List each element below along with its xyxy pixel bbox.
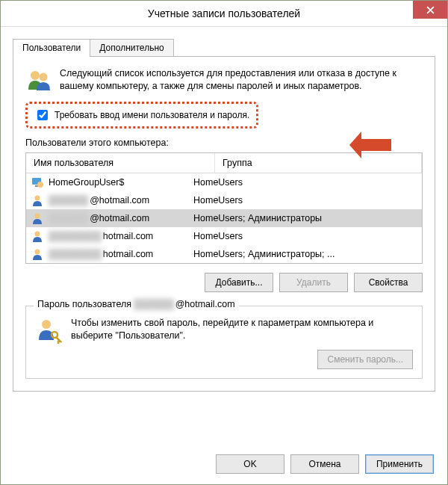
table-row[interactable]: ██████@hotmail.comHomeUsers; Администрат… xyxy=(26,209,422,227)
svg-point-1 xyxy=(40,73,48,81)
cancel-button[interactable]: Отмена xyxy=(290,454,359,474)
svg-point-0 xyxy=(31,71,40,80)
svg-point-7 xyxy=(35,232,40,237)
users-icon xyxy=(25,67,52,94)
user-list[interactable]: Имя пользователя Группа HomeGroupUser$Ho… xyxy=(25,152,423,264)
table-row[interactable]: ████████hotmail.comHomeUsers; Администра… xyxy=(26,245,422,263)
blurred-username: ██████ xyxy=(134,299,173,309)
svg-point-6 xyxy=(35,214,40,219)
user-accounts-dialog: Учетные записи пользователей Пользовател… xyxy=(0,0,448,485)
tab-panel-users: Следующий список используется для предос… xyxy=(13,56,435,392)
annotation-arrow-icon xyxy=(348,130,393,160)
password-group: Пароль пользователя ██████@hotmail.com Ч… xyxy=(25,306,423,379)
require-login-label: Требовать ввод имени пользователя и паро… xyxy=(55,110,249,120)
apply-button[interactable]: Применить xyxy=(365,454,434,474)
user-row-icon xyxy=(31,229,44,243)
user-row-icon xyxy=(31,211,44,225)
dialog-footer: OK Отмена Применить xyxy=(216,454,434,474)
require-login-row[interactable]: Требовать ввод имени пользователя и паро… xyxy=(25,102,258,129)
tab-advanced[interactable]: Дополнительно xyxy=(90,39,173,57)
svg-point-8 xyxy=(35,250,40,255)
properties-button[interactable]: Свойства xyxy=(354,273,423,292)
user-key-icon xyxy=(35,317,62,344)
change-password-button[interactable]: Сменить пароль... xyxy=(317,350,413,369)
window-title: Учетные записи пользователей xyxy=(148,7,300,19)
close-button[interactable] xyxy=(413,1,447,19)
svg-point-4 xyxy=(37,182,43,188)
close-icon xyxy=(426,6,435,14)
tab-strip: Пользователи Дополнительно xyxy=(13,39,435,57)
table-row[interactable]: HomeGroupUser$HomeUsers xyxy=(26,173,422,191)
table-row[interactable]: ██████@hotmail.comHomeUsers xyxy=(26,191,422,209)
user-row-icon xyxy=(31,247,44,261)
user-row-icon xyxy=(31,176,44,189)
require-login-checkbox[interactable] xyxy=(37,110,48,120)
intro-text: Следующий список используется для предос… xyxy=(60,67,423,94)
svg-point-5 xyxy=(35,196,40,201)
password-hint-text: Чтобы изменить свой пароль, перейдите к … xyxy=(71,317,413,342)
col-username[interactable]: Имя пользователя xyxy=(26,153,215,173)
table-row[interactable]: ████████hotmail.comHomeUsers xyxy=(26,227,422,245)
password-group-title: Пароль пользователя ██████@hotmail.com xyxy=(34,299,239,309)
tab-users[interactable]: Пользователи xyxy=(13,39,90,57)
remove-button[interactable]: Удалить xyxy=(279,273,348,292)
ok-button[interactable]: OK xyxy=(216,454,284,474)
titlebar: Учетные записи пользователей xyxy=(1,1,447,27)
svg-point-9 xyxy=(42,320,51,329)
add-button[interactable]: Добавить... xyxy=(205,273,273,292)
user-row-icon xyxy=(31,194,44,207)
